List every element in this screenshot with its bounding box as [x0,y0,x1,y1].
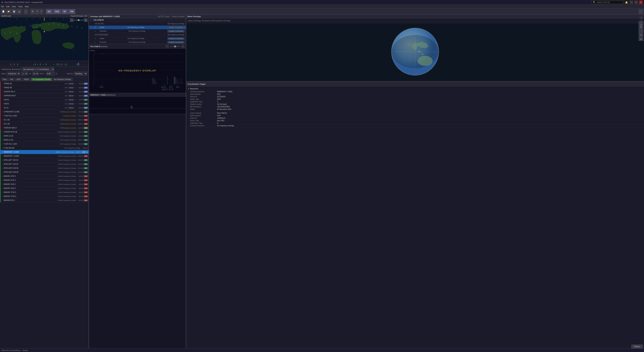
print-button[interactable]: 🖨 [17,9,21,14]
menu-tools[interactable]: Tools [18,6,22,8]
network-item-madar-131e2-1[interactable]: ✓ MADAR-131E-2 UAE No Frequency Overlap … [0,182,88,186]
sort-by-select[interactable]: Ranking [74,72,87,76]
search-bar[interactable]: 🔍 Search (Ctrl+Q) [592,1,623,4]
network-item-madar-725e5-1[interactable]: ✓ MADAR-72.5E-5 UAE No Frequency Overlap… [0,190,88,194]
globe-btn-4[interactable]: ⊟ [639,33,643,37]
network-item-tianqi5b[interactable]: ! TIANQI-5B CHN NGSO ↗ 02/1/24 AP [0,86,88,90]
dt-t-input[interactable] [46,72,55,76]
network-item-madar-725e5-2[interactable]: ✓ MADAR-72.5E-5 UAE No Frequency Overlap… [0,194,88,198]
dc-tag[interactable]: DC [46,9,52,14]
interference-direction-select[interactable]: My Networks <=> Coordinating ... [22,68,54,71]
network-item-ya01[interactable]: ! YA_01 CHN NGSO ↗ 02/1/24 AP [0,106,88,110]
filter-pass[interactable]: Pass [1,78,8,81]
network-item-gc11b-2[interactable]: ! GC-11B CHN Frequency Overlap 19/05/17 … [0,122,88,126]
globe-btn-3[interactable]: ⋮ [639,29,643,33]
overlap-as-victim[interactable]: AS VICTIM No Frequency Overlap [89,22,186,26]
network-item-madar-127e3-1[interactable]: ✓ MADAR-127E-3 UAE No Frequency Overlap … [0,174,88,178]
victim-zoom-out[interactable]: − [166,45,169,48]
network-item-fsat-rn6w[interactable]: ✓ F-SAT-RN-6W F No Frequency Overlap 02/… [0,146,88,150]
sse-tag[interactable]: SSE [53,9,61,14]
extra-button[interactable]: ⋯ [639,9,643,14]
filter-fail[interactable]: Fail [9,78,14,81]
downlink2-coord-btn[interactable]: Detailed Coordination [168,41,184,44]
uplink2-coord-btn[interactable]: Detailed Coordination [168,38,184,40]
menu-view[interactable]: View [12,6,16,8]
victim-zoom-in[interactable]: + [182,45,184,48]
settings-button[interactable]: ⚙ [30,9,34,14]
save-button[interactable]: 💾 [12,9,16,14]
network-item-intelsat7-3265e-2[interactable]: ✓ INTELSAT7 326.5E USA No Frequency Over… [0,162,88,166]
network-item-fsat-n11-113w-1[interactable]: ! F-SAT-N11-113W Frequency Overlap 08/1/… [0,114,88,118]
downlink1-coord-btn[interactable]: Detailed Coordination [168,30,184,32]
filter-tags: Pass Fail GSO NGSO No Geographic Overlap… [0,77,88,82]
network-item-chnewsat-g1-68e[interactable]: ! CHNEWSAT-G1-68E CHN Frequency Overlap … [0,110,88,114]
globe-btn-1[interactable]: ↔ [639,21,643,25]
svg-point-6 [33,27,34,28]
network-item-tianqi5a[interactable]: ! TIANQI-5A CHN NGSO ↗ 02/1/24 AP [0,82,88,86]
overlap-falconeye-header[interactable]: ✓ FALCONEYE [89,18,186,22]
selected-arrow: ▶ [86,151,88,153]
menu-help[interactable]: Help [25,6,29,8]
new-button[interactable]: 📄 [1,9,6,14]
downlink2-label: Downlink [100,41,106,43]
inside-arc-select[interactable]: Inside Arc [7,72,20,76]
pm-tag[interactable]: PM [68,9,75,14]
network-item-gc11b-1[interactable]: ! GC-11B CHN Frequency Overlap 19/05/17 … [0,118,88,122]
operator-select[interactable]: (-+) [21,72,28,76]
map-zoom-in[interactable]: + [84,18,88,22]
filter-gso[interactable]: GSO [15,78,22,81]
map-zoom-out[interactable]: − [70,18,74,22]
network-item-inmarsat7-142e5-2[interactable]: ✓ INMARSAT-7-142E5 SUE No Frequency Over… [0,154,88,158]
maximize-button[interactable]: □ [634,0,638,4]
zoom-slider[interactable] [74,20,84,20]
sf-tag[interactable]: SF [62,9,68,14]
network-item-usasat30l6[interactable]: ! USASAT-30L-6 USA NGSO ↗ 02/1/24 AP [0,90,88,94]
timeline-bar[interactable] [0,61,88,66]
network-item-uspwsa-next[interactable]: ! USPWSA-NEXT USA NGSO ↗ 02/1/24 AP [0,94,88,98]
network-item-fsat-n11-113w-2[interactable]: ✓ F-SAT-N11-113W F No Frequency Overlap … [0,142,88,146]
menu-file[interactable]: File [1,6,4,8]
filter-no-geo-overlap[interactable]: No Geographic Overlap [31,78,52,81]
network-item-intelsats-3265e-1[interactable]: ✓ INTELSATS 326.5E USA No Frequency Over… [0,166,88,170]
menu-edit[interactable]: Edit [6,6,10,8]
ct-networks-title[interactable]: ▼ Networks [186,87,644,90]
uplink1-coord-btn[interactable]: Detailed Coordination [168,26,184,29]
open-button[interactable]: 📂 [6,9,11,14]
network-item-usuvl2[interactable]: ! USUVL USA NGSO ↗ 07/1/23 NT [0,102,88,106]
network-list[interactable]: ! TIANQI-5A CHN NGSO ↗ 02/1/24 AP ! TIAN… [0,82,88,348]
help-button[interactable]: ? [40,9,43,14]
victim-zoom-slider[interactable] [170,46,180,47]
dt-select[interactable]: Or [32,72,39,76]
minimize-button[interactable]: − [630,0,633,4]
globe-container[interactable] [186,23,644,80]
export-button[interactable]: ↗ [35,9,39,14]
filter-ngso[interactable]: NGSO [23,78,30,81]
network-item-edrs-312e-1[interactable]: ✓ EDRS-31.2E F No Frequency Overlap 02/1… [0,134,88,138]
overlap-uplink-2[interactable]: ✓ Uplink No Frequency Overlap Detailed C… [89,37,186,40]
home-button[interactable]: ⌂ [24,9,28,14]
close-button[interactable]: ✕ [639,0,643,4]
network-item-inmarsat7-142e5-1[interactable]: ✓ INMARSAT-7-142E5 SUE No Frequency Over… [0,150,88,154]
filter-no-freq-overlap[interactable]: No Frequency Overlap [52,78,72,81]
network-item-usuvl1[interactable]: ! USUVL USA NGSO ↗ 07/1/23 NT [0,98,88,102]
network-item-chnsat-m-915e[interactable]: ✓ CHNSAT-M-91.5E CHN No Frequency Overla… [0,130,88,134]
overlap-uplink-1[interactable]: ✓ Uplink No Frequency Overlap Detailed C… [89,26,186,29]
network-item-intelsats-3265e-2[interactable]: ✓ INTELSATS 326.5E USA No Frequency Over… [0,170,88,174]
network-item-madar-131e2-2[interactable]: ✓ MADAR-131E-2 UAE No Frequency Overlap … [0,186,88,190]
overlap-as-interferer[interactable]: AS INTERFERER No Frequency Overlap [89,33,186,37]
network-item-edrs-312e-2[interactable]: ✓ EDRS-31.2E F No Frequency Overlap 29/0… [0,138,88,142]
globe-btn-5[interactable]: SA [639,37,643,41]
network-item-madar-127e3-2[interactable]: ✓ MADAR-127E-3 UAE No Frequency Overlap … [0,178,88,182]
ct-victim-admin: Administration USA [186,114,644,117]
globe-btn-2[interactable]: ⊞ [639,25,643,29]
overlap-downlink-1[interactable]: ✓ Downlink No Frequency Overlap Detailed… [89,29,186,33]
or-label: Or [29,72,31,75]
overlap-downlink-2[interactable]: ✓ Downlink No Frequency Overlap Detailed… [89,40,186,44]
network-item-madar-87e2[interactable]: ✓ MADAR-87E-2 UAE No Frequency Overlap 1… [0,198,88,202]
globe-zoom-in[interactable]: + [640,16,643,19]
network-item-intelsat7-3265e-1[interactable]: ✓ INTELSAT7 326.5E USA No Frequency Over… [0,158,88,162]
network-item-turksat60e-h[interactable]: ! TURKSAT-60E-H TUR Frequency Overlap 02… [0,126,88,130]
notification-icon[interactable]: 🔔 [625,1,628,4]
report-button[interactable]: Report [632,344,643,348]
map-canvas[interactable]: − + [0,18,88,61]
